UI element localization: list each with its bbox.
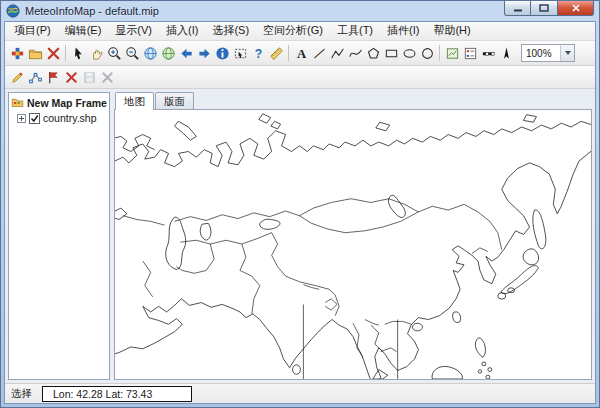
draw-polygon-icon[interactable] bbox=[364, 44, 382, 62]
zoom-value: 100% bbox=[526, 48, 552, 59]
identify-info-icon[interactable] bbox=[213, 44, 231, 62]
window-controls bbox=[504, 1, 594, 16]
open-file-icon[interactable] bbox=[26, 44, 44, 62]
draw-rectangle-icon[interactable] bbox=[382, 44, 400, 62]
layer-label: country.shp bbox=[43, 112, 97, 124]
zoom-out-icon[interactable] bbox=[123, 44, 141, 62]
zoom-previous-icon[interactable] bbox=[177, 44, 195, 62]
measurement-icon[interactable] bbox=[267, 44, 285, 62]
menu-edit[interactable]: 编辑(E) bbox=[58, 21, 109, 41]
menu-insert[interactable]: 插入(I) bbox=[159, 21, 205, 41]
tree-node-layer[interactable]: country.shp bbox=[17, 112, 107, 124]
svg-text:A: A bbox=[296, 47, 306, 61]
menu-project[interactable]: 项目(P) bbox=[7, 21, 58, 41]
statusbar: 选择 Lon: 42.28 Lat: 73.43 bbox=[5, 383, 595, 403]
what-is-this-icon[interactable]: ? bbox=[249, 44, 267, 62]
menu-plugins[interactable]: 插件(I) bbox=[380, 21, 426, 41]
menu-help[interactable]: 帮助(H) bbox=[426, 21, 477, 41]
app-logo-icon bbox=[6, 4, 20, 18]
maximize-button[interactable] bbox=[531, 1, 558, 16]
menu-geoprocessing[interactable]: 空间分析(G) bbox=[256, 21, 330, 41]
app-window: MeteoInfoMap - default.mip 项目(P) 编辑(E) 显… bbox=[0, 0, 600, 408]
toolbar-separator bbox=[288, 45, 289, 61]
insert-legend-icon[interactable] bbox=[461, 44, 479, 62]
client-area: 项目(P) 编辑(E) 显示(V) 插入(I) 选择(S) 空间分析(G) 工具… bbox=[4, 21, 596, 404]
coordinate-readout: Lon: 42.28 Lat: 73.43 bbox=[42, 386, 192, 402]
draw-line-icon[interactable] bbox=[310, 44, 328, 62]
chevron-down-icon[interactable] bbox=[560, 45, 574, 61]
world-map-svg bbox=[115, 110, 591, 379]
zoom-in-icon[interactable] bbox=[105, 44, 123, 62]
save-edits-icon[interactable] bbox=[80, 68, 98, 86]
status-mode-label: 选择 bbox=[11, 387, 32, 401]
cancel-edits-icon[interactable] bbox=[98, 68, 116, 86]
titlebar: MeteoInfoMap - default.mip bbox=[4, 1, 596, 21]
full-extent-icon[interactable] bbox=[141, 44, 159, 62]
edit-vertices-icon[interactable] bbox=[26, 68, 44, 86]
layer-visibility-checkbox[interactable] bbox=[29, 113, 40, 124]
map-frame-icon bbox=[11, 96, 24, 109]
map-tab-strip: 地图 版面 bbox=[114, 92, 592, 109]
close-button[interactable] bbox=[558, 1, 594, 16]
select-arrow-icon[interactable] bbox=[69, 44, 87, 62]
svg-text:?: ? bbox=[254, 46, 261, 60]
minimize-button[interactable] bbox=[504, 1, 531, 16]
select-by-rectangle-icon[interactable] bbox=[231, 44, 249, 62]
pan-hand-icon[interactable] bbox=[87, 44, 105, 62]
workspace: New Map Frame country.shp 地图 版面 bbox=[5, 89, 595, 383]
zoom-to-layer-icon[interactable] bbox=[159, 44, 177, 62]
map-frame-label: New Map Frame bbox=[27, 97, 107, 109]
map-panel: 地图 版面 bbox=[114, 92, 592, 380]
draw-curve-icon[interactable] bbox=[346, 44, 364, 62]
legend-panel: New Map Frame country.shp bbox=[8, 92, 110, 380]
menu-view[interactable]: 显示(V) bbox=[108, 21, 159, 41]
menu-selection[interactable]: 选择(S) bbox=[205, 21, 256, 41]
toolbar-separator bbox=[439, 45, 440, 61]
insert-map-icon[interactable] bbox=[443, 44, 461, 62]
draw-polyline-icon[interactable] bbox=[328, 44, 346, 62]
edit-flag-icon[interactable] bbox=[44, 68, 62, 86]
insert-scale-bar-icon[interactable] bbox=[479, 44, 497, 62]
map-canvas[interactable] bbox=[114, 109, 592, 380]
delete-feature-icon[interactable] bbox=[62, 68, 80, 86]
expand-plus-icon[interactable] bbox=[17, 114, 26, 123]
new-project-icon[interactable] bbox=[8, 44, 26, 62]
menu-tools[interactable]: 工具(T) bbox=[330, 21, 380, 41]
tree-node-map-frame[interactable]: New Map Frame bbox=[11, 96, 107, 109]
label-text-icon[interactable]: A bbox=[292, 44, 310, 62]
zoom-combo[interactable]: 100% bbox=[521, 44, 575, 62]
toolbar-separator bbox=[65, 45, 66, 61]
draw-circle-icon[interactable] bbox=[418, 44, 436, 62]
edit-toolbar bbox=[5, 66, 595, 89]
draw-ellipse-icon[interactable] bbox=[400, 44, 418, 62]
main-toolbar: ? A bbox=[5, 41, 595, 66]
tab-layout[interactable]: 版面 bbox=[155, 92, 194, 109]
insert-north-arrow-icon[interactable] bbox=[497, 44, 515, 62]
zoom-next-icon[interactable] bbox=[195, 44, 213, 62]
window-title: MeteoInfoMap - default.mip bbox=[25, 5, 499, 17]
remove-icon[interactable] bbox=[44, 44, 62, 62]
menubar: 项目(P) 编辑(E) 显示(V) 插入(I) 选择(S) 空间分析(G) 工具… bbox=[5, 22, 595, 41]
edit-tool-icon[interactable] bbox=[8, 68, 26, 86]
coordinate-text: Lon: 42.28 Lat: 73.43 bbox=[53, 388, 152, 400]
tab-map[interactable]: 地图 bbox=[115, 92, 154, 110]
